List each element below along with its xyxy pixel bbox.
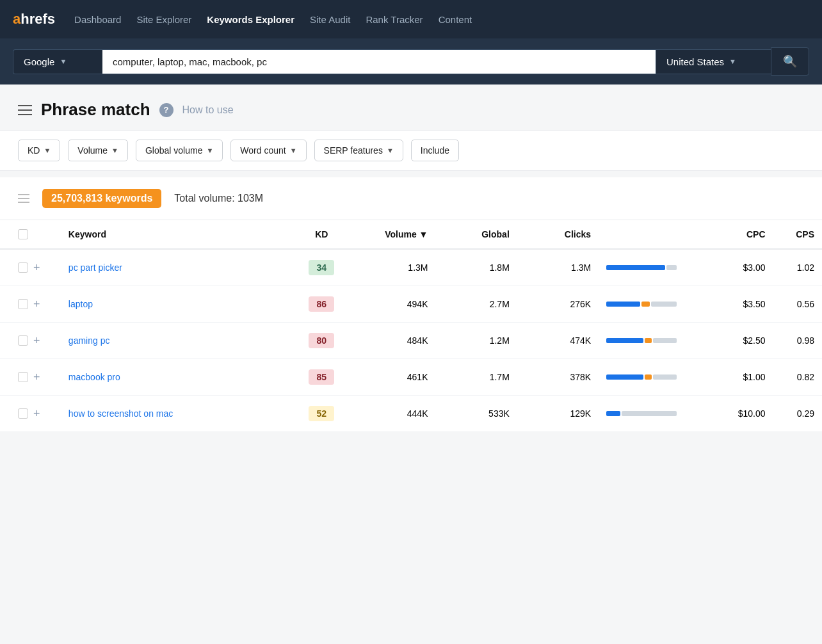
- nav-dashboard[interactable]: Dashboard: [74, 14, 121, 25]
- click-bar-gray-3: [653, 374, 677, 380]
- filters-bar: KD ▼ Volume ▼ Global volume ▼ Word count…: [0, 130, 822, 171]
- keywords-table-wrap: Keyword KD Volume ▼ Global Clicks CPC CP…: [0, 220, 822, 432]
- table-row: + gaming pc80484K1.2M474K $2.500.98: [0, 323, 822, 359]
- volume-filter-label: Volume: [77, 145, 108, 156]
- volume-1: 494K: [407, 299, 428, 309]
- keyword-link-2[interactable]: gaming pc: [68, 335, 110, 346]
- click-bar-gray-2: [653, 338, 677, 343]
- col-header-kd[interactable]: KD: [289, 220, 354, 249]
- kd-badge-3: 85: [309, 369, 334, 385]
- country-label: United States: [666, 56, 724, 67]
- nav-site-explorer[interactable]: Site Explorer: [136, 14, 191, 25]
- search-button[interactable]: 🔍: [771, 47, 809, 76]
- drag-handle-icon[interactable]: [18, 194, 29, 203]
- search-engine-chevron-icon: ▼: [60, 58, 67, 65]
- col-header-checkbox: [0, 220, 61, 249]
- click-bar-blue-1: [606, 302, 640, 307]
- click-bar-yellow-3: [645, 374, 652, 380]
- row-add-button-3[interactable]: +: [33, 371, 40, 383]
- logo-rest: hrefs: [20, 11, 55, 28]
- table-row: + how to screenshot on mac52444K533K129K…: [0, 396, 822, 432]
- results-header: 25,703,813 keywords Total volume: 103M: [0, 177, 822, 220]
- row-add-button-1[interactable]: +: [33, 298, 40, 310]
- keyword-link-1[interactable]: laptop: [68, 299, 93, 309]
- table-row: + laptop86494K2.7M276K $3.500.56: [0, 286, 822, 323]
- volume-4: 444K: [407, 408, 428, 419]
- cps-3: 0.82: [797, 372, 814, 382]
- word-count-filter-button[interactable]: Word count ▼: [230, 140, 306, 161]
- global-0: 1.8M: [490, 262, 510, 273]
- volume-filter-chevron-icon: ▼: [111, 147, 118, 154]
- country-select[interactable]: United States ▼: [656, 49, 771, 74]
- click-bar-yellow-2: [645, 338, 652, 343]
- nav-site-audit[interactable]: Site Audit: [310, 14, 350, 25]
- help-circle-icon[interactable]: ?: [159, 103, 173, 117]
- global-2: 1.2M: [490, 335, 510, 346]
- nav-content[interactable]: Content: [439, 14, 472, 25]
- how-to-use-link[interactable]: How to use: [182, 104, 234, 116]
- click-bar-4: [606, 411, 677, 416]
- click-bar-gray-0: [666, 265, 677, 270]
- volume-0: 1.3M: [408, 262, 428, 273]
- search-bar: Google ▼ United States ▼ 🔍: [0, 38, 822, 85]
- cpc-3: $1.00: [743, 372, 766, 382]
- cpc-2: $2.50: [743, 335, 766, 346]
- col-header-global[interactable]: Global: [435, 220, 517, 249]
- table-row: + macbook pro85461K1.7M378K $1.000.82: [0, 359, 822, 396]
- clicks-4: 129K: [570, 408, 591, 419]
- global-4: 533K: [488, 408, 510, 419]
- keyword-link-0[interactable]: pc part picker: [68, 262, 122, 273]
- volume-filter-button[interactable]: Volume ▼: [68, 140, 128, 161]
- serp-features-filter-chevron-icon: ▼: [387, 147, 394, 154]
- keyword-link-4[interactable]: how to screenshot on mac: [68, 408, 173, 419]
- keywords-count-badge: 25,703,813 keywords: [42, 189, 161, 208]
- kd-badge-0: 34: [309, 260, 334, 275]
- global-volume-filter-label: Global volume: [145, 145, 203, 156]
- search-engine-label: Google: [24, 56, 54, 67]
- results-section: 25,703,813 keywords Total volume: 103M K…: [0, 177, 822, 432]
- col-header-volume[interactable]: Volume ▼: [354, 220, 435, 249]
- row-add-button-2[interactable]: +: [33, 335, 40, 346]
- row-add-button-0[interactable]: +: [33, 262, 40, 273]
- serp-features-filter-button[interactable]: SERP features ▼: [314, 140, 403, 161]
- clicks-2: 474K: [570, 335, 591, 346]
- row-checkbox-1[interactable]: [18, 299, 28, 309]
- select-all-checkbox[interactable]: [18, 229, 28, 239]
- cpc-0: $3.00: [743, 262, 766, 273]
- clicks-0: 1.3M: [571, 262, 591, 273]
- top-navigation: ahrefs Dashboard Site Explorer Keywords …: [0, 0, 822, 38]
- page-title: Phrase match: [41, 100, 150, 120]
- kd-filter-button[interactable]: KD ▼: [18, 140, 60, 161]
- cps-1: 0.56: [797, 299, 814, 309]
- include-filter-button[interactable]: Include: [411, 140, 459, 161]
- search-input[interactable]: [102, 49, 656, 74]
- click-bar-2: [606, 338, 677, 343]
- logo[interactable]: ahrefs: [13, 11, 55, 28]
- word-count-filter-chevron-icon: ▼: [290, 147, 297, 154]
- col-header-cps[interactable]: CPS: [773, 220, 822, 249]
- nav-rank-tracker[interactable]: Rank Tracker: [366, 14, 423, 25]
- clicks-3: 378K: [570, 372, 591, 382]
- global-volume-filter-button[interactable]: Global volume ▼: [136, 140, 223, 161]
- volume-2: 484K: [407, 335, 428, 346]
- country-chevron-icon: ▼: [729, 58, 736, 65]
- row-add-button-4[interactable]: +: [33, 408, 40, 419]
- total-volume-label: Total volume: 103M: [174, 193, 263, 204]
- row-checkbox-4[interactable]: [18, 408, 28, 419]
- keyword-link-3[interactable]: macbook pro: [68, 372, 120, 382]
- col-header-clicks[interactable]: Clicks: [517, 220, 599, 249]
- search-icon: 🔍: [783, 54, 797, 68]
- cpc-1: $3.50: [743, 299, 766, 309]
- table-header-row: Keyword KD Volume ▼ Global Clicks CPC CP…: [0, 220, 822, 249]
- row-checkbox-2[interactable]: [18, 335, 28, 346]
- search-engine-select[interactable]: Google ▼: [13, 49, 102, 74]
- click-bar-gray-4: [622, 411, 677, 416]
- nav-keywords-explorer[interactable]: Keywords Explorer: [207, 14, 294, 25]
- row-checkbox-0[interactable]: [18, 262, 28, 273]
- hamburger-menu-icon[interactable]: [18, 105, 32, 115]
- kd-filter-label: KD: [28, 145, 40, 156]
- row-checkbox-3[interactable]: [18, 372, 28, 382]
- col-header-cpc[interactable]: CPC: [708, 220, 773, 249]
- keywords-table: Keyword KD Volume ▼ Global Clicks CPC CP…: [0, 220, 822, 432]
- cps-0: 1.02: [797, 262, 814, 273]
